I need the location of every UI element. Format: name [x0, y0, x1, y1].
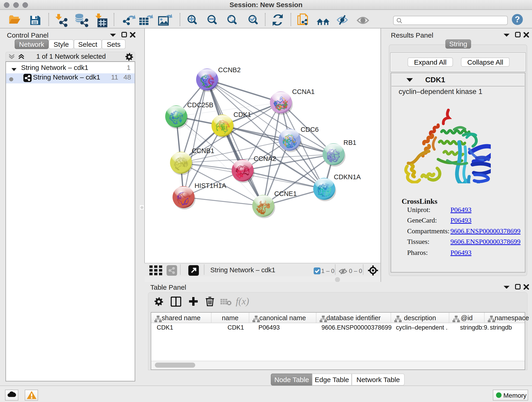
svg-text:CCNA1: CCNA1 — [292, 88, 315, 95]
svg-text:CCNA2: CCNA2 — [254, 155, 276, 162]
svg-text:CDC6: CDC6 — [301, 126, 319, 133]
svg-text:RB1: RB1 — [343, 139, 356, 146]
svg-text:CDC25B: CDC25B — [187, 101, 213, 109]
svg-text:CCNB2: CCNB2 — [218, 66, 241, 74]
svg-text:CDK1: CDK1 — [234, 111, 251, 118]
svg-text:CCNE1: CCNE1 — [274, 190, 297, 197]
svg-text:HIST1H1A: HIST1H1A — [195, 182, 226, 189]
svg-text:CCNB1: CCNB1 — [192, 147, 214, 154]
svg-text:?: ? — [515, 15, 520, 24]
svg-text:CDKN1A: CDKN1A — [334, 173, 361, 181]
